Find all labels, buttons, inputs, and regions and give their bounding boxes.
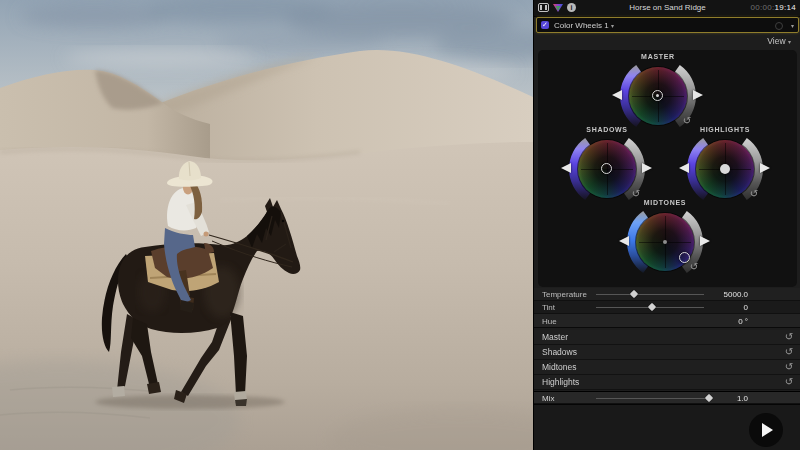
effect-extra-icon[interactable] [775,22,783,30]
mix-value[interactable]: 1.0 [737,393,748,402]
highlights-balance-puck[interactable] [720,164,730,174]
temperature-label: Temperature [542,290,587,299]
hue-row: Hue 0 ° [534,314,800,328]
master-balance-puck[interactable] [652,90,663,101]
section-highlights[interactable]: Highlights ↺ [534,375,800,390]
shadows-brightness-handle[interactable] [642,163,652,173]
tint-value[interactable]: 0 [744,303,748,312]
master-saturation-handle[interactable] [612,90,622,100]
highlights-brightness-handle[interactable] [760,163,770,173]
inspector-title-bar: i Horse on Sand Ridge 00:00:19:14 [534,0,800,17]
viewer-canvas [0,0,533,450]
tint-row: Tint 0 [534,301,800,314]
section-midtones[interactable]: Midtones ↺ [534,360,800,375]
section-master[interactable]: Master ↺ [534,330,800,345]
mix-track[interactable] [596,398,712,399]
play-button[interactable] [749,413,783,447]
video-frame-scene [0,0,533,450]
hue-label: Hue [542,316,557,325]
color-inspector-panel: i Horse on Sand Ridge 00:00:19:14 ✓ Colo… [533,0,800,450]
tint-thumb[interactable] [648,303,656,311]
effect-enable-checkbox[interactable]: ✓ [541,21,549,29]
mix-row: Mix 1.0 [534,391,800,404]
timecode-current: 19:14 [774,3,796,12]
midtones-wheel-reset-button[interactable]: ↺ [688,261,700,273]
midtones-saturation-handle[interactable] [619,236,629,246]
temperature-thumb[interactable] [630,290,638,298]
mix-label: Mix [542,393,554,402]
effect-row-color-wheels[interactable]: ✓ Color Wheels 1 ▾ ▾ [536,17,799,33]
section-highlights-reset-button[interactable]: ↺ [783,376,795,388]
section-master-reset-button[interactable]: ↺ [783,331,795,343]
midtones-brightness-handle[interactable] [700,236,710,246]
app-window: i Horse on Sand Ridge 00:00:19:14 ✓ Colo… [0,0,800,450]
effect-row-chevron[interactable]: ▾ [791,22,794,29]
section-midtones-reset-button[interactable]: ↺ [783,361,795,373]
effect-name: Color Wheels 1 ▾ [554,21,614,30]
timecode: 00:00:19:14 [750,3,796,12]
hue-value[interactable]: 0 ° [738,316,748,325]
tint-label: Tint [542,303,555,312]
midtones-center-mark [663,240,667,244]
temperature-value[interactable]: 5000.0 [724,290,748,299]
master-brightness-handle[interactable] [693,90,703,100]
shadows-balance-puck[interactable] [601,163,612,174]
section-shadows[interactable]: Shadows ↺ [534,345,800,360]
view-menu[interactable]: View ▾ [767,36,791,46]
temperature-track[interactable] [596,294,704,295]
effect-dropdown-chevron[interactable]: ▾ [611,23,614,29]
shadows-saturation-handle[interactable] [561,163,571,173]
section-shadows-reset-button[interactable]: ↺ [783,346,795,358]
mix-thumb[interactable] [705,393,713,401]
timecode-elapsed: 00:00: [750,3,774,12]
highlights-wheel-reset-button[interactable]: ↺ [748,188,760,200]
highlights-saturation-handle[interactable] [679,163,689,173]
temperature-row: Temperature 5000.0 [534,288,800,301]
